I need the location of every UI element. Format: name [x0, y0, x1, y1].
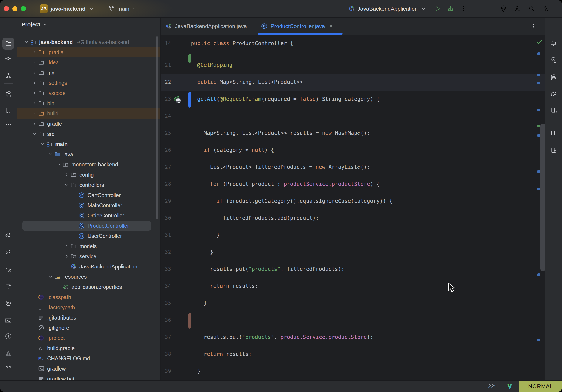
tool-window-button-bookmarks[interactable]	[4, 107, 12, 114]
debug-button[interactable]	[447, 5, 455, 12]
vim-mode-badge[interactable]: NORMAL	[519, 380, 562, 392]
tool-window-button-ai-assistant-chat[interactable]	[550, 57, 558, 64]
svg-text:C: C	[80, 234, 83, 238]
tree-item-java[interactable]: java	[17, 149, 161, 159]
tree-item-javabackendapplication[interactable]: JavaBackendApplication	[17, 261, 161, 272]
tree-item--factorypath[interactable]: .factorypath	[17, 302, 161, 312]
add-user-button[interactable]	[514, 5, 521, 12]
tree-chevron-icon[interactable]	[31, 131, 38, 137]
tree-item-gradlew-bat[interactable]: gradlew.bat	[17, 374, 161, 380]
tab-productcontroller[interactable]: C ProductController.java ×	[261, 18, 333, 35]
tool-window-button-database[interactable]	[550, 73, 558, 81]
tree-chevron-icon[interactable]	[31, 90, 38, 96]
warnings-icon	[4, 350, 12, 357]
project-selector[interactable]: java-backend	[51, 0, 95, 17]
tree-chevron-icon[interactable]	[64, 182, 70, 188]
tree-chevron-icon[interactable]	[23, 39, 30, 45]
tree-chevron-icon[interactable]	[64, 243, 70, 249]
tree-chevron-icon[interactable]	[64, 253, 70, 260]
tree-item-service[interactable]: service	[17, 251, 161, 261]
tree-item-maincontroller[interactable]: CMainController	[17, 200, 161, 211]
tree-item-usercontroller[interactable]: CUserController	[17, 231, 161, 241]
more-vertical-button[interactable]	[460, 5, 468, 12]
tree-chevron-icon[interactable]	[31, 59, 38, 66]
code-editor[interactable]: 21 @GetMapping22 public Map<String, List…	[161, 53, 545, 380]
tool-window-button-project[interactable]	[2, 38, 14, 49]
tree-chevron-icon[interactable]	[56, 161, 62, 168]
tree-item-monostore-backend[interactable]: monostore.backend	[17, 159, 161, 170]
tree-item--gradle[interactable]: .gradle	[17, 47, 161, 57]
run-configuration-selector[interactable]: JavaBackendApplication	[348, 0, 427, 17]
tool-window-button-git-branch[interactable]	[4, 365, 12, 373]
tree-item-ordercontroller[interactable]: COrderController	[17, 211, 161, 221]
ideavim-icon[interactable]	[506, 383, 513, 390]
close-tab-icon[interactable]: ×	[329, 23, 333, 30]
tool-window-button-device-manager[interactable]	[550, 107, 558, 114]
tool-window-button-dash-cat[interactable]	[4, 232, 12, 239]
tree-item-gradlew[interactable]: gradlew	[17, 364, 161, 374]
editor-scrollbar[interactable]	[540, 123, 545, 271]
tree-item--vscode[interactable]: .vscode	[17, 88, 161, 98]
tree-item--settings[interactable]: .settings	[17, 78, 161, 88]
tool-window-button-more[interactable]	[4, 121, 12, 129]
tree-item-gradle[interactable]: gradle	[17, 119, 161, 129]
tool-window-button-warnings[interactable]	[4, 350, 12, 357]
tool-window-button-device-explorer[interactable]	[550, 147, 558, 154]
tree-item-build[interactable]: build	[17, 108, 161, 119]
tree-item-controllers[interactable]: controllers	[17, 180, 161, 190]
tree-item--idea[interactable]: .idea	[17, 57, 161, 68]
tree-item-cartcontroller[interactable]: CCartController	[17, 190, 161, 200]
tree-chevron-icon[interactable]	[39, 141, 46, 147]
tree-item-bin[interactable]: bin	[17, 98, 161, 108]
tool-window-button-running-devices[interactable]	[550, 130, 558, 137]
tool-window-button-incognito[interactable]	[4, 248, 12, 256]
tree-chevron-icon[interactable]	[31, 80, 38, 86]
tool-window-button-problems[interactable]	[4, 333, 12, 340]
tab-options-icon[interactable]	[530, 23, 537, 30]
zoom-window-button[interactable]	[21, 6, 26, 11]
tree-item-application-properties[interactable]: application.properties	[17, 282, 161, 292]
tool-window-button-pull-requests[interactable]	[4, 72, 12, 79]
tool-window-button-profiler[interactable]	[4, 266, 12, 273]
project-tree-scrollbar[interactable]	[156, 36, 158, 219]
tool-window-button-commit[interactable]	[4, 55, 12, 62]
tree-item-changelog-md[interactable]: MCHANGELOG.md	[17, 353, 161, 364]
branch-selector[interactable]: main	[108, 0, 139, 17]
tree-item-models[interactable]: models	[17, 241, 161, 251]
tree-item--classpath[interactable]: .classpath	[17, 292, 161, 302]
tree-item-productcontroller[interactable]: CProductController	[17, 221, 161, 231]
project-view-selector[interactable]: Project	[22, 21, 49, 28]
tab-javabackendapplication[interactable]: JavaBackendApplication.java	[165, 18, 247, 35]
tree-item--nx[interactable]: .nx	[17, 68, 161, 78]
close-window-button[interactable]	[4, 6, 9, 11]
tree-chevron-icon[interactable]	[31, 110, 38, 117]
ai-assistant-button[interactable]	[500, 5, 507, 12]
tree-chevron-icon[interactable]	[31, 100, 38, 107]
tree-item--gitattributes[interactable]: .gitattributes	[17, 312, 161, 323]
tool-window-button-terminal[interactable]	[4, 317, 12, 324]
tool-window-button-notifications[interactable]	[550, 39, 558, 47]
minimize-window-button[interactable]	[12, 6, 17, 11]
settings-button[interactable]	[542, 5, 549, 12]
tool-window-button-services[interactable]	[4, 299, 12, 307]
tree-chevron-icon[interactable]	[31, 120, 38, 127]
tree-item--project[interactable]: .project	[17, 333, 161, 343]
tree-item-src[interactable]: src	[17, 129, 161, 139]
tree-item--gitignore[interactable]: .gitignore	[17, 323, 161, 333]
tree-chevron-icon[interactable]	[31, 70, 38, 76]
tree-chevron-icon[interactable]	[47, 273, 54, 280]
tree-item-java-backend[interactable]: java-backend~/Github/java-backend	[17, 37, 161, 47]
tree-item-build-gradle[interactable]: build.gradle	[17, 343, 161, 353]
tool-window-button-gradle[interactable]	[550, 90, 558, 98]
run-button[interactable]	[433, 5, 441, 12]
tree-item-resources[interactable]: resources	[17, 272, 161, 282]
search-button[interactable]	[528, 5, 535, 12]
tree-chevron-icon[interactable]	[31, 49, 38, 56]
tree-chevron-icon[interactable]	[47, 151, 54, 157]
tree-chevron-icon[interactable]	[64, 172, 70, 178]
tool-window-button-build-hammer[interactable]	[4, 283, 12, 290]
tool-window-button-structure[interactable]	[4, 90, 12, 98]
tree-item-config[interactable]: config	[17, 170, 161, 180]
caret-position[interactable]: 22:1	[488, 383, 498, 390]
tree-item-main[interactable]: main	[17, 139, 161, 149]
